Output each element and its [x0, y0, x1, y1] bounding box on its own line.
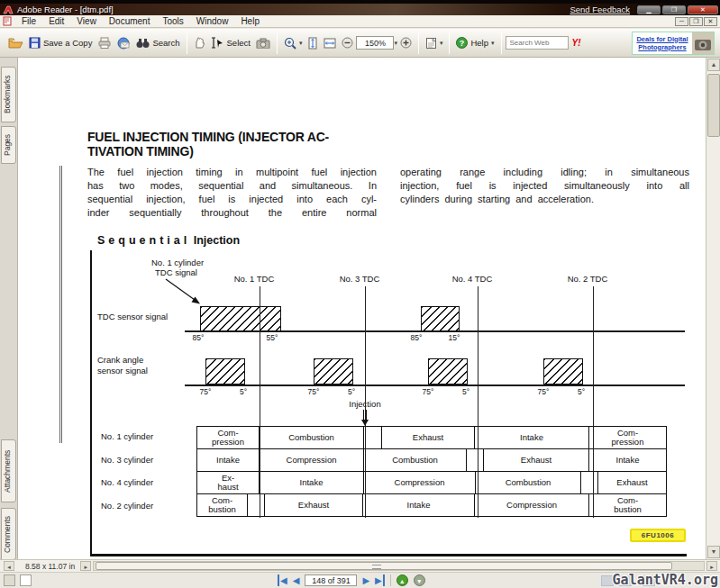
injection-mark	[466, 448, 484, 472]
zoom-out-button[interactable]	[339, 35, 356, 50]
tab-comments[interactable]: Comments	[1, 508, 16, 560]
comments-tab-label: Comments	[3, 515, 12, 552]
tdc-line-no3	[365, 286, 366, 518]
tdc-deg-85a: 85°	[187, 333, 209, 342]
zoom-tool-dropdown[interactable]: ▾	[299, 40, 303, 47]
toolbar-separator	[501, 32, 502, 54]
revision-change-bar	[59, 166, 62, 443]
crank-deg: 5°	[232, 387, 254, 396]
menu-edit[interactable]: Edit	[42, 16, 70, 26]
restore-button[interactable]: ❐	[662, 5, 686, 14]
last-page-button[interactable]: ▶	[375, 574, 385, 586]
pages-tab-label: Pages	[3, 134, 12, 156]
menu-help[interactable]: Help	[234, 16, 266, 26]
minimize-button[interactable]: ▁	[637, 5, 661, 14]
fit-page-button[interactable]	[305, 35, 321, 51]
crank-deg: 5°	[341, 387, 362, 396]
diagram-bottom-border	[90, 554, 687, 556]
heading-line1: FUEL INJECTION TIMING (INJECTOR AC-	[87, 130, 329, 144]
doc-close-button[interactable]: ✕	[704, 17, 717, 26]
previous-view-button[interactable]: ▲	[396, 574, 408, 586]
zoom-level-input[interactable]: 150%	[356, 36, 394, 50]
menu-window[interactable]: Window	[190, 16, 235, 26]
email-button[interactable]	[114, 35, 133, 51]
save-a-copy-button[interactable]: Save a Copy	[26, 35, 95, 50]
ad-camera-image	[692, 32, 714, 54]
tdc-line-no2	[593, 286, 594, 518]
injection-arrow	[360, 410, 370, 427]
yahoo-icon[interactable]: Y!	[572, 38, 581, 48]
page-display-button[interactable]: ▾	[423, 35, 446, 51]
search-web-input[interactable]	[506, 36, 569, 50]
next-view-button[interactable]: ▼	[414, 574, 425, 586]
zoom-in-button[interactable]	[397, 35, 415, 50]
pointer-arrow	[160, 276, 205, 308]
table-row-cyl4: Ex- haust Intake Compression Combustion …	[196, 471, 667, 494]
tab-bookmarks[interactable]: Bookmarks	[1, 67, 16, 122]
hand-tool-button[interactable]	[191, 35, 208, 50]
diagram-title: Sequential Injection	[97, 234, 240, 247]
toolbar-separator	[418, 32, 419, 54]
tdc-deg-55: 55°	[261, 333, 283, 342]
search-button[interactable]: Search	[133, 36, 182, 50]
crank-row-label-line1: Crank angle	[97, 355, 143, 365]
doc-restore-button[interactable]: ❐	[689, 17, 703, 26]
next-page-button[interactable]: ▶	[362, 574, 369, 586]
ad-banner[interactable]: Deals for Digital Photographers	[632, 32, 715, 55]
crank-deg: 5°	[570, 387, 592, 396]
single-page-view-icon[interactable]	[4, 574, 15, 586]
menu-view[interactable]: View	[70, 16, 103, 26]
zoom-level-value: 150%	[365, 39, 386, 48]
print-button[interactable]	[95, 35, 114, 50]
tab-attachments[interactable]: Attachments	[1, 439, 16, 502]
select-tool-button[interactable]: Select	[208, 35, 253, 50]
magnifier-plus-icon	[284, 37, 296, 50]
hscroll-right-arrow[interactable]: ▸	[706, 561, 717, 571]
tab-pages[interactable]: Pages	[1, 126, 16, 164]
horizontal-scroll-thumb[interactable]	[96, 562, 672, 570]
first-page-button[interactable]: ◀	[278, 574, 287, 586]
toolbar-separator	[449, 32, 450, 54]
page-display-dropdown[interactable]: ▾	[440, 40, 443, 47]
page-size-indicator: 8.58 x 11.07 in	[20, 562, 80, 571]
adobe-reader-window: Adobe Reader - [dtm.pdf] Send Feedback ▁…	[0, 0, 720, 588]
scroll-down-arrow[interactable]: ▼	[707, 546, 720, 558]
doc-minimize-button[interactable]: ─	[675, 17, 688, 26]
vertical-scroll-thumb[interactable]	[707, 74, 720, 137]
vertical-scrollbar[interactable]: ▲ ▼	[706, 58, 720, 559]
title-bar: Adobe Reader - [dtm.pdf] Send Feedback ▁…	[0, 4, 720, 15]
send-feedback-link[interactable]: Send Feedback	[570, 5, 630, 14]
page-size-right-arrow[interactable]: ▸	[80, 561, 91, 571]
fit-height-icon	[307, 37, 318, 50]
crank-deg: 75°	[417, 387, 439, 396]
ad-line1: Deals for Digital	[633, 35, 692, 43]
page-display-icon	[425, 37, 437, 50]
select-ibeam-icon	[211, 37, 224, 49]
menu-file[interactable]: File	[15, 16, 42, 26]
tdc-label-no1: No. 1 TDC	[223, 274, 286, 284]
crank-pulse-2	[314, 358, 353, 384]
snapshot-button[interactable]	[253, 36, 273, 50]
injection-mark	[363, 426, 382, 449]
scroll-up-arrow[interactable]: ▲	[707, 59, 720, 71]
page-number-value: 148 of 391	[312, 576, 351, 585]
continuous-view-icon[interactable]	[20, 574, 32, 586]
table-row-cyl2: Com- bustion Exhaust Intake Compression …	[196, 493, 667, 517]
help-dropdown[interactable]: ▾	[491, 40, 495, 47]
help-button[interactable]: ? Help ▾	[453, 35, 497, 50]
close-button[interactable]: ✕	[688, 5, 718, 14]
page-size-left-arrow[interactable]: ◂	[4, 561, 14, 571]
menu-document[interactable]: Document	[103, 16, 157, 26]
previous-page-button[interactable]: ◀	[293, 574, 300, 586]
table-row-cyl3: Intake Compression Combustion Exhaust In…	[196, 448, 667, 472]
crank-pulse-4	[543, 358, 583, 384]
page-number-input[interactable]: 148 of 391	[305, 574, 357, 586]
zoom-tool-button[interactable]: ▾	[281, 35, 305, 51]
open-button[interactable]	[5, 35, 26, 50]
horizontal-scroll-track[interactable]	[93, 561, 705, 571]
open-folder-icon	[8, 37, 23, 49]
tdc-deg-85b: 85°	[406, 333, 427, 342]
fit-width-button[interactable]	[321, 35, 339, 51]
injection-mark	[580, 471, 598, 494]
menu-tools[interactable]: Tools	[156, 16, 189, 26]
